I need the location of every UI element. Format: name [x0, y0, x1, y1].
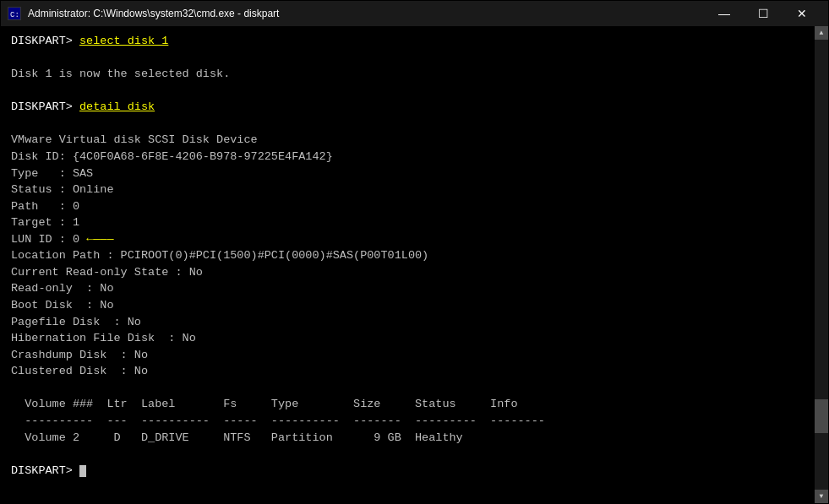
terminal-line: Clustered Disk : No — [11, 363, 818, 380]
title-bar-left: C: Administrator: C:\Windows\system32\cm… — [8, 7, 279, 20]
terminal-prompt-line: DISKPART> — [11, 463, 818, 480]
cmd-icon: C: — [8, 7, 21, 20]
terminal-line: DISKPART> detail disk — [11, 99, 818, 116]
terminal-body[interactable]: DISKPART> select disk 1 Disk 1 is now th… — [1, 26, 828, 503]
terminal-line: Type : SAS — [11, 165, 818, 182]
terminal-line — [11, 380, 818, 397]
maximize-button[interactable]: ☐ — [744, 1, 783, 26]
terminal-line: Location Path : PCIROOT(0)#PCI(1500)#PCI… — [11, 247, 818, 264]
terminal-line: Read-only : No — [11, 280, 818, 297]
terminal-line — [11, 83, 818, 100]
scroll-thumb[interactable] — [815, 399, 828, 433]
terminal-line — [11, 116, 818, 133]
title-bar: C: Administrator: C:\Windows\system32\cm… — [1, 1, 828, 26]
scroll-down-arrow[interactable]: ▼ — [815, 490, 828, 503]
scrollbar[interactable]: ▲ ▼ — [815, 26, 828, 503]
terminal-line: Current Read-only State : No — [11, 264, 818, 281]
title-bar-controls: — ☐ ✕ — [705, 1, 821, 26]
terminal-line: Pagefile Disk : No — [11, 314, 818, 331]
svg-text:C:: C: — [10, 11, 19, 19]
terminal-line: Disk ID: {4C0F0A68-6F8E-4206-B978-97225E… — [11, 149, 818, 165]
terminal-line: DISKPART> select disk 1 — [11, 33, 818, 50]
terminal-line: VMware Virtual disk SCSI Disk Device — [11, 132, 818, 149]
terminal-line — [11, 446, 818, 463]
minimize-button[interactable]: — — [705, 1, 744, 26]
terminal-line: Crashdump Disk : No — [11, 347, 818, 364]
scroll-up-arrow[interactable]: ▲ — [815, 26, 828, 40]
close-button[interactable]: ✕ — [783, 1, 821, 26]
table-header-row: Volume ### Ltr Label Fs Type Size Status… — [11, 396, 818, 413]
terminal-line: Hibernation File Disk : No — [11, 330, 818, 347]
terminal-line: Target : 1 — [11, 214, 818, 231]
terminal-line: LUN ID : 0 ←——— — [11, 231, 818, 248]
scroll-track[interactable] — [815, 40, 828, 490]
table-data-row: Volume 2 D D_DRIVE NTFS Partition 9 GB H… — [11, 430, 818, 447]
terminal-line — [11, 50, 818, 67]
terminal-line: Disk 1 is now the selected disk. — [11, 66, 818, 83]
table-separator-row: ---------- --- ---------- ----- --------… — [11, 413, 818, 430]
cmd-window: C: Administrator: C:\Windows\system32\cm… — [0, 0, 829, 504]
cursor — [79, 465, 86, 477]
terminal-line: Boot Disk : No — [11, 297, 818, 314]
window-title: Administrator: C:\Windows\system32\cmd.e… — [28, 8, 279, 19]
terminal-output: DISKPART> select disk 1 Disk 1 is now th… — [11, 33, 818, 479]
terminal-line: Status : Online — [11, 182, 818, 198]
terminal-line: Path : 0 — [11, 198, 818, 215]
